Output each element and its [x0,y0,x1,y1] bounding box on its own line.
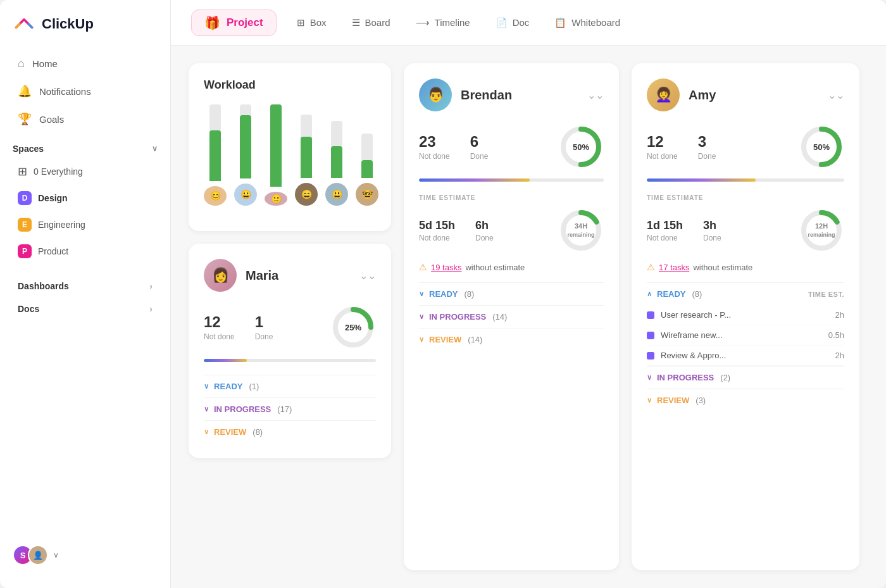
sidebar-item-goals[interactable]: 🏆 Goals [5,106,165,132]
amy-inprogress-toggle[interactable]: ∨ IN PROGRESS (2) [647,366,844,389]
bar-col-4: 😄 [295,104,318,206]
sidebar-item-everything[interactable]: ⊞ 0 Everything [5,159,165,184]
bar-col-1: 😊 [204,104,227,206]
brendan-inprogress-arrow-icon: ∨ [419,313,424,321]
brendan-ready-toggle[interactable]: ∨ READY (8) [419,282,604,305]
maria-ready-arrow-icon: ∨ [204,382,209,391]
logo[interactable]: ClickUp [0,13,170,51]
sidebar-item-dashboards[interactable]: Dashboards › [5,275,165,297]
brendan-inprogress-toggle[interactable]: ∨ IN PROGRESS (14) [419,305,604,328]
workload-card: Workload 😊 😀 [189,63,391,231]
tab-box-label: Box [310,17,327,28]
bar-fill-6 [361,160,373,178]
amy-header: 👩‍🦱 Amy ⌄⌄ [647,78,844,111]
amy-tasks-link[interactable]: 17 tasks [659,263,689,272]
project-label: Project [227,16,263,29]
amy-review-toggle[interactable]: ∨ REVIEW (3) [647,389,844,411]
maria-progress-bar [204,359,376,362]
brendan-tasks-suffix: without estimate [465,263,525,272]
amy-name: Amy [689,88,819,103]
amy-tasks-warning: ⚠ 17 tasks without estimate [647,262,844,272]
tab-board[interactable]: ☰ Board [342,12,401,34]
brendan-review-toggle[interactable]: ∨ REVIEW (14) [419,328,604,351]
amy-not-done-stat: 12 Not done [647,133,678,161]
amy-task-3-name[interactable]: Review & Appro... [661,351,819,360]
maria-chevron-icon[interactable]: ⌄⌄ [359,270,376,282]
amy-progress-fill [647,178,756,182]
amy-warning-icon: ⚠ [647,262,655,272]
amy-done-time-stat: 3h Done [703,219,721,242]
bar-bg-5 [331,121,342,178]
docs-label: Docs [18,304,39,314]
brendan-name: Brendan [461,88,578,103]
brendan-chevron-icon[interactable]: ⌄⌄ [587,89,604,101]
brendan-inprogress-count: (14) [492,312,507,322]
tab-box[interactable]: ⊞ Box [287,12,337,34]
sidebar-item-design[interactable]: D Design [5,185,165,211]
sidebar-item-product[interactable]: P Product [5,239,165,264]
bar-avatar-5: 😃 [325,183,348,206]
amy-done-value: 3 [698,133,716,151]
amy-task-1-name[interactable]: User research - P... [661,310,819,320]
tab-whiteboard[interactable]: 📋 Whiteboard [544,12,630,34]
maria-done-label: Done [255,332,273,341]
amy-done-label: Done [698,152,716,161]
task-dot-1 [647,311,654,319]
sidebar: ClickUp ⌂ Home 🔔 Notifications 🏆 Goals S… [0,0,171,588]
sidebar-item-engineering[interactable]: E Engineering [5,212,165,237]
tab-whiteboard-label: Whiteboard [571,17,620,28]
brendan-not-done-time: 5d 15h [419,219,455,232]
everything-icon: ⊞ [18,165,27,178]
spaces-chevron-icon[interactable]: ∨ [152,144,158,153]
bar-chart: 😊 😀 🙂 [204,104,376,206]
brendan-inprogress-label: IN PROGRESS [429,312,486,322]
brendan-not-done-label: Not done [419,152,450,161]
clickup-logo-icon [13,13,35,35]
amy-not-done-time: 1d 15h [647,219,683,232]
maria-ready-toggle[interactable]: ∨ READY (1) [204,375,376,397]
user-avatar-2: 👤 [28,545,48,565]
bar-avatar-6: 🤓 [356,183,378,206]
sidebar-item-home[interactable]: ⌂ Home [5,51,165,77]
brendan-done-label: Done [470,152,489,161]
amy-time-donut: 12Hremaining [799,208,844,253]
brendan-not-done-value: 23 [419,133,450,151]
amy-ready-label: READY [657,289,686,299]
maria-inprogress-toggle[interactable]: ∨ IN PROGRESS (17) [204,397,376,420]
sidebar-item-docs[interactable]: Docs › [5,298,165,320]
tab-project[interactable]: 🎁 Project [191,9,277,36]
sidebar-item-goals-label: Goals [39,114,64,125]
bar-avatar-4: 😄 [295,183,318,206]
maria-header: 👩 Maria ⌄⌄ [204,259,376,292]
brendan-done-value: 6 [470,133,489,151]
tab-timeline[interactable]: ⟶ Timeline [406,12,480,34]
maria-ready-count: (1) [249,382,259,391]
sidebar-bottom: S 👤 ∨ [0,535,170,575]
timeline-icon: ⟶ [416,17,430,28]
bar-bg-2 [240,104,251,178]
maria-review-count: (8) [253,427,263,437]
amy-task-2-name[interactable]: Wireframe new... [661,330,819,340]
maria-review-toggle[interactable]: ∨ REVIEW (8) [204,420,376,443]
brendan-not-done-time-stat: 5d 15h Not done [419,219,455,242]
amy-task-3: Review & Appro... 2h [647,346,844,366]
tab-doc[interactable]: 📄 Doc [485,12,540,34]
user-chevron-icon[interactable]: ∨ [53,551,59,560]
bar-fill-1 [209,130,221,181]
brendan-donut: 50% [558,124,604,170]
brendan-time-donut: 34Hremaining [558,208,604,253]
bar-avatar-3: 🙂 [265,192,287,206]
amy-not-done-value: 12 [647,133,678,151]
brendan-tasks-link[interactable]: 19 tasks [431,263,461,272]
amy-ready-section: ∧ READY (8) TIME EST. User research - P.… [647,282,844,366]
sidebar-item-notifications[interactable]: 🔔 Notifications [5,78,165,104]
spaces-label: Spaces [13,144,44,154]
amy-ready-header-left: ∧ READY (8) [647,289,702,299]
brendan-review-arrow-icon: ∨ [419,335,424,344]
maria-not-done-stat: 12 Not done [204,313,235,341]
maria-avatar: 👩 [204,259,237,292]
maria-not-done-value: 12 [204,313,235,331]
sidebar-item-everything-label: 0 Everything [34,166,83,177]
amy-chevron-icon[interactable]: ⌄⌄ [828,89,844,101]
bar-fill-2 [240,115,251,178]
